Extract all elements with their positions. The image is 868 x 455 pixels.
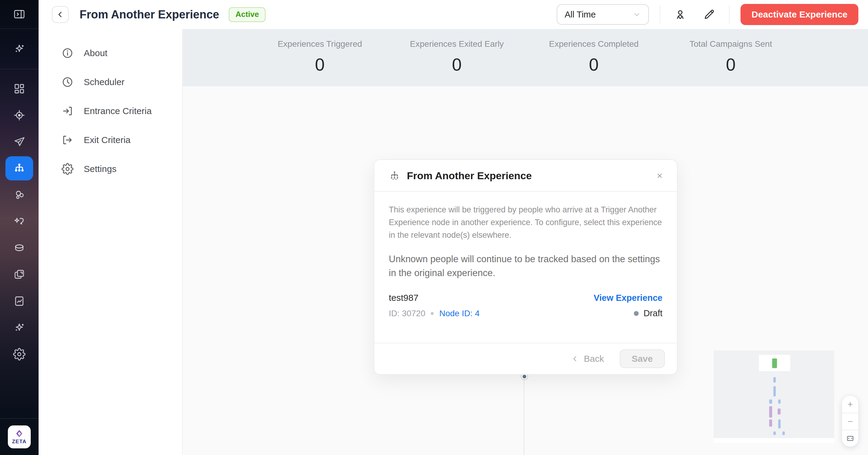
pencil-icon (703, 8, 715, 21)
content-row: About Scheduler Entrance Criteria Exit C… (38, 29, 868, 455)
rail-item-experiences[interactable] (0, 155, 38, 182)
modal-body: This experience will be triggered by peo… (374, 192, 677, 343)
enter-icon (61, 105, 73, 117)
rail-item-templates[interactable] (0, 261, 38, 288)
rail-item-journeys[interactable] (0, 208, 38, 235)
stats-bar: Experiences Triggered 0 Experiences Exit… (183, 29, 868, 86)
experience-id: ID: 30720 (389, 309, 425, 318)
sidebar-item-exit-criteria[interactable]: Exit Criteria (38, 125, 182, 154)
stat-value: 0 (315, 54, 324, 75)
rail-item-segments[interactable] (0, 182, 38, 208)
settings-icon (13, 348, 26, 361)
sparkle-icon (13, 42, 26, 55)
panel-toggle-button[interactable] (0, 1, 38, 27)
stat-value: 0 (726, 54, 736, 75)
main-column: From Another Experience Active All Time … (38, 0, 868, 455)
save-button[interactable]: Save (620, 349, 665, 368)
dot-separator (431, 312, 434, 315)
report-icon (13, 295, 26, 308)
back-button[interactable] (52, 6, 69, 23)
draft-status-dot (634, 311, 639, 316)
rail-item-dashboard[interactable] (0, 76, 38, 102)
minimap-node (772, 359, 777, 368)
sidebar-item-entrance-criteria[interactable]: Entrance Criteria (38, 96, 182, 125)
status-badge: Active (229, 7, 266, 22)
stat-label: Experiences Completed (549, 39, 639, 49)
zeta-logo[interactable]: ZETA (8, 425, 31, 448)
rail-item-reports[interactable] (0, 288, 38, 314)
edit-button[interactable] (700, 5, 718, 24)
rail-item-audience-target[interactable] (0, 102, 38, 129)
chevron-left-icon (571, 355, 579, 363)
exit-icon (61, 134, 73, 146)
dashboard-icon (13, 82, 26, 95)
sitemap-icon (389, 170, 400, 181)
stat-value: 0 (452, 54, 462, 75)
close-icon[interactable]: × (657, 171, 662, 180)
app-rail: ZETA (0, 0, 38, 455)
audience-button[interactable] (671, 5, 689, 24)
time-filter-select[interactable]: All Time (557, 4, 649, 25)
canvas-minimap[interactable] (714, 350, 834, 443)
rail-item-experiences-active-tile (5, 156, 33, 180)
minimap-node (773, 386, 776, 396)
sidebar-item-settings[interactable]: Settings (38, 154, 182, 183)
node-id-link[interactable]: Node ID: 4 (439, 309, 479, 318)
sidebar-item-about[interactable]: About (38, 39, 182, 67)
zeta-diamond-icon (15, 429, 24, 438)
rail-item-settings[interactable] (0, 341, 38, 368)
rail-item-campaigns[interactable] (0, 129, 38, 155)
sidebar-item-label: Scheduler (84, 77, 124, 87)
minimap-node (769, 399, 772, 404)
minimap-node (769, 406, 772, 418)
sidebar-item-label: Settings (84, 164, 116, 174)
node-connector-line (524, 380, 524, 455)
node-config-modal: From Another Experience × This experienc… (374, 159, 678, 375)
circles-icon (13, 189, 26, 201)
experience-name: test987 (389, 293, 418, 303)
zoom-out-button[interactable]: − (842, 413, 858, 430)
rail-item-data[interactable] (0, 235, 38, 261)
ai-assistant-button[interactable] (0, 36, 38, 62)
experience-sidebar: About Scheduler Entrance Criteria Exit C… (38, 29, 183, 455)
zoom-in-button[interactable]: + (842, 396, 858, 413)
minimap-node (782, 431, 785, 435)
clock-icon (61, 76, 73, 88)
minimap-node (773, 377, 776, 382)
minimap-node (773, 431, 776, 435)
stat-label: Experiences Triggered (278, 39, 362, 49)
info-icon (61, 47, 73, 59)
page-title: From Another Experience (80, 8, 219, 21)
minimap-node (778, 408, 781, 415)
canvas-zoom-controls: + − (842, 396, 858, 447)
modal-title: From Another Experience (407, 170, 650, 182)
minimap-viewport-strip (714, 438, 834, 443)
modal-back-button[interactable]: Back (571, 353, 604, 364)
deactivate-experience-button[interactable]: Deactivate Experience (741, 4, 858, 25)
zeta-logo-text: ZETA (12, 439, 27, 445)
panel-toggle-icon (13, 8, 26, 21)
view-experience-link[interactable]: View Experience (594, 293, 662, 303)
sidebar-item-scheduler[interactable]: Scheduler (38, 67, 182, 96)
sidebar-item-label: Exit Criteria (84, 135, 130, 145)
gear-icon (61, 163, 73, 175)
person-icon (674, 8, 687, 21)
fit-view-button[interactable] (842, 430, 858, 447)
minimap-node (778, 419, 781, 428)
page-header: From Another Experience Active All Time … (38, 0, 868, 29)
divider (729, 5, 730, 24)
modal-description: This experience will be triggered by peo… (389, 203, 662, 241)
sparkle-2-icon (13, 321, 26, 334)
stat-label: Total Campaigns Sent (689, 39, 772, 49)
sidebar-item-label: Entrance Criteria (84, 106, 152, 116)
experience-status: Draft (634, 308, 662, 318)
chevron-left-icon (56, 10, 64, 19)
rail-item-ai-tools[interactable] (0, 314, 38, 341)
stat-experiences-exited-early: Experiences Exited Early 0 (389, 29, 526, 86)
experience-canvas[interactable]: Experiences Triggered 0 Experiences Exit… (183, 29, 868, 455)
modal-back-label: Back (584, 353, 604, 364)
stat-value: 0 (589, 54, 598, 75)
stat-label: Experiences Exited Early (410, 39, 504, 49)
fit-view-icon (846, 434, 855, 443)
modal-footer: Back Save (374, 343, 677, 374)
